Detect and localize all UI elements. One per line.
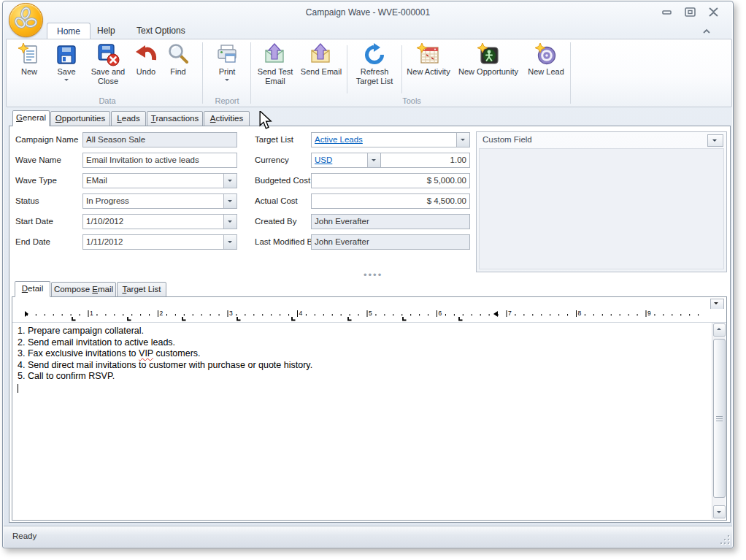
custom-field-panel-body: [479, 148, 724, 269]
target-list-select[interactable]: Active Leads: [311, 132, 470, 147]
scroll-down-icon[interactable]: [713, 505, 726, 518]
start-date-picker[interactable]: 1/10/2012: [82, 214, 237, 229]
wave-type-select[interactable]: EMail: [82, 173, 237, 188]
print-icon: [215, 43, 239, 66]
svg-text:8: 8: [578, 310, 582, 317]
wave-name-label: Wave Name: [15, 153, 61, 168]
custom-field-dropdown-icon[interactable]: [707, 134, 723, 147]
created-by-label: Created By: [255, 214, 297, 229]
chevron-down-icon[interactable]: [223, 215, 237, 229]
wave-name-input[interactable]: Email Invitation to active leads: [82, 153, 237, 168]
mouse-cursor: [257, 111, 273, 132]
send-email-button[interactable]: Send Email: [299, 42, 344, 77]
status-select[interactable]: In Progress: [82, 193, 237, 209]
undo-icon: [134, 43, 158, 66]
close-button[interactable]: [707, 7, 720, 17]
tab-transactions[interactable]: Transactions: [147, 111, 203, 127]
collapse-ribbon-icon[interactable]: [701, 26, 712, 37]
chevron-down-icon[interactable]: [367, 153, 380, 167]
find-button[interactable]: Find: [161, 42, 195, 77]
tab-general[interactable]: General: [12, 110, 50, 126]
tab-activities[interactable]: Activities: [204, 111, 250, 127]
new-opportunity-button[interactable]: New Opportunity: [454, 42, 523, 77]
print-button[interactable]: Print: [207, 42, 247, 83]
editor-line: 5. Call to confirm RSVP.: [18, 371, 712, 383]
refresh-icon: [363, 43, 386, 66]
save-button[interactable]: Save: [49, 42, 84, 83]
new-opportunity-icon: [477, 43, 500, 66]
svg-text:3: 3: [229, 310, 233, 317]
chevron-down-icon[interactable]: [456, 133, 469, 147]
new-activity-button[interactable]: New Activity: [404, 42, 453, 77]
last-modified-by-label: Last Modified By: [255, 234, 317, 250]
tab-target-list[interactable]: Target List: [117, 282, 166, 298]
chevron-down-icon[interactable]: [223, 194, 237, 208]
undo-button[interactable]: Undo: [131, 42, 161, 77]
text-caret: [18, 384, 18, 393]
send-email-icon: [309, 43, 333, 66]
campaign-name-field: All Season Sale: [82, 132, 237, 147]
status-text: Ready: [12, 532, 36, 540]
ribbon: New Save: [6, 39, 732, 107]
svg-text:4: 4: [299, 310, 303, 317]
screen: Campaign Wave - WVE-000001: [0, 0, 746, 560]
ruler[interactable]: 123456789: [12, 309, 726, 323]
target-list-link[interactable]: Active Leads: [315, 135, 363, 144]
record-panel: Campaign Name All Season Sale Wave Name …: [9, 126, 731, 523]
status-label: Status: [15, 193, 39, 209]
tab-detail[interactable]: Detail: [15, 281, 50, 297]
ribbon-tab-home[interactable]: Home: [47, 23, 91, 39]
tab-compose-email[interactable]: Compose Email: [51, 282, 116, 298]
window-title: Campaign Wave - WVE-000001: [3, 7, 733, 18]
refresh-target-list-button[interactable]: Refresh Target List: [350, 42, 399, 86]
ribbon-tab-text-options[interactable]: Text Options: [127, 23, 195, 39]
restore-button[interactable]: [684, 7, 696, 17]
editor-line: 3. Fax exclusive invitations to VIP cust…: [18, 348, 712, 360]
group-label-data: Data: [12, 96, 202, 105]
created-by-field: John Everafter: [311, 214, 470, 229]
chevron-down-icon[interactable]: [223, 235, 237, 249]
campaign-name-label: Campaign Name: [15, 132, 78, 147]
minimize-button[interactable]: [661, 7, 673, 17]
resize-grip[interactable]: [720, 535, 730, 545]
tab-opportunities[interactable]: Opportunities: [50, 111, 110, 127]
group-separator: [250, 42, 251, 104]
svg-text:9: 9: [647, 310, 651, 317]
titlebar: Campaign Wave - WVE-000001: [3, 1, 733, 23]
send-test-email-button[interactable]: Send Test Email: [253, 42, 297, 86]
app-logo-icon[interactable]: [9, 3, 43, 37]
splitter-handle[interactable]: ••••: [364, 269, 382, 280]
budgeted-cost-input[interactable]: $ 5,000.00: [311, 173, 470, 188]
scrollbar-thumb[interactable]: [713, 339, 726, 498]
svg-text:5: 5: [369, 310, 372, 317]
currency-label: Currency: [255, 153, 289, 168]
save-and-close-icon: [96, 43, 120, 66]
vertical-scrollbar[interactable]: [712, 323, 726, 519]
print-dropdown-icon[interactable]: [225, 79, 229, 83]
custom-field-panel: Custom Field: [476, 131, 727, 272]
currency-link[interactable]: USD: [315, 156, 332, 164]
editor-dropdown-icon[interactable]: [710, 299, 724, 310]
start-date-label: Start Date: [15, 214, 53, 229]
actual-cost-input[interactable]: $ 4,500.00: [311, 193, 470, 209]
detail-editor: 123456789 1. Prepare campaign collateral…: [12, 296, 727, 521]
new-lead-button[interactable]: New Lead: [525, 42, 567, 77]
chevron-down-icon[interactable]: [223, 174, 237, 188]
new-button[interactable]: New: [12, 42, 46, 77]
target-list-label: Target List: [255, 132, 293, 147]
editor-line: 2. Send email invitation to active leads…: [18, 337, 712, 349]
editor-line: 1. Prepare campaign collateral.: [18, 326, 712, 337]
editor-line: 4. Send direct mail invitations to custo…: [18, 360, 712, 372]
group-separator: [570, 42, 571, 104]
currency-rate-input[interactable]: 1.00: [380, 153, 470, 168]
app-window: Campaign Wave - WVE-000001: [2, 1, 734, 548]
end-date-picker[interactable]: 1/11/2012: [82, 234, 237, 250]
svg-text:7: 7: [508, 310, 512, 317]
save-and-close-button[interactable]: Save and Close: [85, 42, 131, 86]
detail-text-area[interactable]: 1. Prepare campaign collateral.2. Send e…: [13, 323, 712, 519]
tab-leads[interactable]: Leads: [111, 111, 146, 127]
currency-select[interactable]: USD: [311, 153, 381, 168]
ribbon-tab-help[interactable]: Help: [88, 23, 125, 39]
scroll-up-icon[interactable]: [713, 323, 726, 337]
save-dropdown-icon[interactable]: [64, 79, 69, 83]
